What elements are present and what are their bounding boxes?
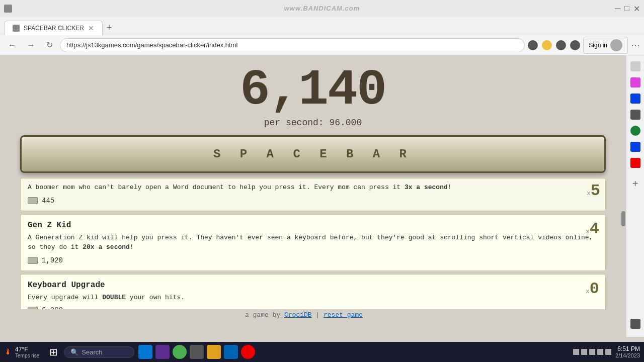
favorites-icon[interactable] — [542, 40, 552, 50]
explorer-icon[interactable] — [207, 345, 221, 359]
start-button[interactable]: ⊞ — [47, 344, 60, 360]
game-area: 6,140 per second: 96.000 S P A C E B A R… — [0, 55, 626, 342]
sidebar-extension-6[interactable] — [630, 142, 640, 152]
upgrade-card-0[interactable]: x4 Gen Z Kid A Generation Z kid will hel… — [20, 214, 606, 271]
score-display: 6,140 per second: 96.000 — [0, 55, 626, 130]
sidebar-extension-1[interactable] — [630, 61, 640, 71]
upgrade-title-0: Gen Z Kid — [28, 221, 598, 230]
window-controls: ─ □ ✕ — [615, 4, 640, 14]
game-footer: a game by CrociDB | reset game — [0, 309, 608, 321]
volume-icon[interactable] — [597, 349, 603, 355]
upgrade-count-badge-0: x4 — [586, 220, 599, 238]
menu-button[interactable]: ⋯ — [631, 40, 640, 51]
weather-icon: 🌡 — [4, 347, 12, 356]
taskbar-app-icons — [138, 345, 255, 359]
upgrade-cost-icon-0 — [28, 257, 38, 264]
minimize-button[interactable]: ─ — [615, 4, 620, 14]
partial-cost-value: 445 — [42, 197, 54, 205]
partial-count-value: 5 — [591, 182, 600, 200]
bandicam-watermark: www.BANDICAM.com — [284, 4, 360, 12]
spacebar-container: S P A C E B A R — [0, 135, 626, 173]
search-label: Search — [82, 348, 102, 356]
record-icon[interactable] — [241, 345, 255, 359]
new-tab-button[interactable]: + — [103, 21, 116, 35]
signin-button[interactable]: Sign in — [583, 37, 628, 54]
active-tab[interactable]: SPACEBAR CLICKER ✕ — [4, 21, 103, 35]
weather-info: 47°F Temps rise — [15, 346, 39, 358]
browser-chrome: www.BANDICAM.com ─ □ ✕ SPACEBAR CLICKER … — [0, 0, 644, 56]
weather-temp: 47°F — [15, 346, 39, 353]
score-number: 6,140 — [0, 65, 626, 116]
extensions-icon[interactable] — [528, 40, 538, 50]
weather-desc: Temps rise — [15, 353, 39, 358]
system-tray — [573, 349, 611, 355]
sidebar-add-icon[interactable]: + — [632, 178, 638, 190]
tab-bar: SPACEBAR CLICKER ✕ + — [0, 17, 644, 35]
tray-icon-2 — [581, 349, 587, 355]
clock-time: 6:51 PM — [615, 345, 640, 352]
per-second-value: 96.000 — [329, 118, 362, 128]
app-icon-6[interactable] — [224, 345, 238, 359]
sidebar-extension-4[interactable] — [630, 110, 640, 120]
scroll-thumb[interactable] — [621, 211, 625, 226]
reset-link[interactable]: reset game — [324, 311, 363, 319]
upgrade-desc-1: Every upgrade will DOUBLE your own hits. — [28, 293, 598, 303]
back-button[interactable]: ← — [4, 39, 20, 52]
scrollbar[interactable] — [621, 211, 625, 226]
window-icon — [4, 5, 12, 13]
maximize-button[interactable]: □ — [624, 4, 629, 14]
close-button[interactable]: ✕ — [633, 4, 640, 14]
upgrade-title-1: Keyboard Upgrade — [28, 281, 598, 290]
sidebar-extension-5[interactable] — [630, 126, 640, 136]
upgrades-container: x5 A boomer mom who can't barely open a … — [0, 178, 626, 321]
collections-icon[interactable] — [556, 40, 566, 50]
partial-desc: A boomer mom who can't barely open a Wor… — [28, 183, 598, 193]
tab-title: SPACEBAR CLICKER — [24, 25, 84, 32]
tray-icon-1 — [573, 349, 579, 355]
tray-icon-3 — [589, 349, 595, 355]
address-bar[interactable] — [60, 38, 525, 52]
per-second: per second: 96.000 — [0, 118, 626, 128]
tab-favicon — [13, 25, 20, 32]
taskbar-search[interactable]: 🔍 Search — [64, 346, 134, 358]
spacebar-button[interactable]: S P A C E B A R — [20, 135, 606, 173]
taskbar-time: 6:51 PM 2/14/2023 — [615, 345, 640, 358]
taskview-icon[interactable] — [138, 345, 152, 359]
partial-cost-row: 445 — [28, 197, 598, 205]
chrome-icon[interactable] — [173, 345, 187, 359]
per-second-label: per second: — [264, 118, 324, 128]
title-bar: www.BANDICAM.com ─ □ ✕ — [0, 0, 644, 17]
toolbar-icons — [528, 40, 580, 50]
upgrade-cost-value-0: 1,920 — [42, 256, 63, 264]
partial-count-badge: x5 — [587, 182, 600, 200]
signin-label: Sign in — [589, 42, 607, 49]
app-icon-4[interactable] — [190, 345, 204, 359]
taskbar: 🌡 47°F Temps rise ⊞ 🔍 Search 6:51 PM — [0, 342, 644, 362]
browser-toolbar: ← → ↻ Sign in ⋯ — [0, 35, 644, 55]
sidebar-extension-3[interactable] — [630, 94, 640, 104]
author-link[interactable]: CrociDB — [284, 311, 312, 319]
sidebar-settings-icon[interactable] — [630, 319, 640, 329]
partial-upgrade-card[interactable]: x5 A boomer mom who can't barely open a … — [20, 178, 606, 211]
spacebar-label: S P A C E B A R — [213, 147, 413, 161]
upgrade-cost-row-0: 1,920 — [28, 256, 598, 264]
upgrade-count-value-1: 0 — [590, 280, 599, 298]
browser-sidebar: + — [626, 55, 644, 337]
forward-button[interactable]: → — [23, 39, 39, 52]
taskbar-weather: 🌡 47°F Temps rise — [4, 346, 39, 358]
copilot-icon[interactable] — [570, 40, 580, 50]
upgrade-count-value-0: 4 — [590, 220, 599, 238]
user-avatar — [610, 39, 622, 51]
taskbar-right: 6:51 PM 2/14/2023 — [573, 345, 640, 358]
sidebar-extension-2[interactable] — [630, 77, 640, 87]
teams-icon[interactable] — [155, 345, 170, 359]
network-icon[interactable] — [605, 349, 611, 355]
upgrade-count-badge-1: x0 — [586, 280, 599, 298]
reload-button[interactable]: ↻ — [42, 38, 57, 52]
tab-close-icon[interactable]: ✕ — [88, 24, 94, 32]
partial-count-x: x — [587, 190, 591, 197]
sidebar-extension-7[interactable] — [630, 158, 640, 168]
search-icon: 🔍 — [70, 348, 78, 356]
upgrade-desc-0: A Generation Z kid will help you press i… — [28, 233, 598, 252]
clock-date: 2/14/2023 — [615, 352, 640, 358]
